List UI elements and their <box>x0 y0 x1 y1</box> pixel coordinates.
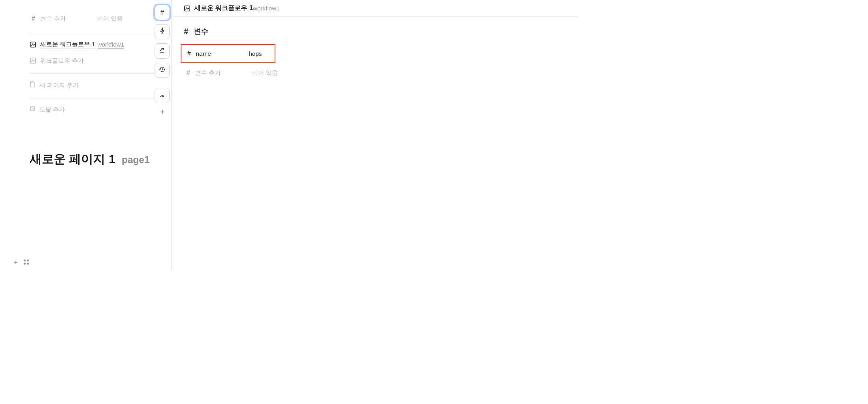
svg-rect-2 <box>31 107 35 111</box>
right-header-title: 새로운 워크플로우 1 <box>194 4 253 12</box>
section-title-text: 변수 <box>194 27 208 36</box>
hash-icon: # <box>185 50 193 57</box>
page-add-row[interactable]: 새 페이지 추가 <box>30 77 169 93</box>
section-title: # 변수 <box>173 27 579 36</box>
modal-add-row[interactable]: 모달 추가 <box>30 102 169 118</box>
hash-icon: # <box>185 69 192 76</box>
modal-icon <box>30 106 35 113</box>
workflow-item[interactable]: 새로운 워크플로우 1 workflow1 <box>30 37 169 53</box>
lightning-icon <box>159 27 165 37</box>
variable-row-highlight: # name hops <box>181 44 275 63</box>
variable-row[interactable]: # name hops <box>181 45 275 62</box>
variable-add-row[interactable]: # 변수 추가 비어 있음 <box>185 64 579 81</box>
toolbar-js-button[interactable]: JS <box>155 88 170 103</box>
variable-empty-label: 비어 있음 <box>252 69 278 77</box>
workflow-title: 새로운 워크플로우 1 <box>40 41 95 49</box>
left-pane: # 변수 추가 비어 있음 새로운 워크플로우 1 workflow1 워크플로… <box>0 0 172 269</box>
workflow-icon <box>30 41 36 48</box>
page-id: page1 <box>122 154 149 165</box>
arrow-out-icon <box>159 47 165 55</box>
variable-add-label: 변수 추가 <box>40 15 66 22</box>
hash-icon: # <box>30 15 37 22</box>
plus-icon: + <box>14 259 18 265</box>
divider <box>30 33 169 33</box>
divider <box>30 98 169 98</box>
toolbar-actions-button[interactable] <box>155 24 170 39</box>
divider <box>30 73 169 74</box>
page-title-block[interactable]: 새로운 페이지 1 page1 <box>30 151 150 167</box>
toolbar-history-button[interactable] <box>155 63 170 78</box>
right-pane: 새로운 워크플로우 1 workflow1 # 변수 # name hops #… <box>173 0 579 269</box>
workflow-add-row[interactable]: 워크플로우 추가 <box>30 53 169 69</box>
workflow-icon <box>184 5 190 12</box>
workflow-id: workflow1 <box>98 41 124 49</box>
modal-add-label: 모달 추가 <box>39 106 65 114</box>
right-header: 새로운 워크플로우 1 workflow1 <box>173 0 579 17</box>
toolbar-variables-button[interactable]: # <box>155 5 170 20</box>
right-header-id: workflow1 <box>253 5 280 12</box>
workflow-icon <box>30 57 36 64</box>
variable-value: hops <box>249 50 262 57</box>
variable-add-row[interactable]: # 변수 추가 비어 있음 <box>30 9 169 28</box>
add-block-button[interactable]: + <box>12 258 19 265</box>
hash-icon: # <box>184 27 188 36</box>
js-icon: JS <box>160 94 165 98</box>
page-icon <box>30 81 35 89</box>
page-add-label: 새 페이지 추가 <box>39 82 79 89</box>
variable-empty-label: 비어 있음 <box>97 15 123 22</box>
grid-icon <box>24 259 29 265</box>
history-icon <box>159 66 165 75</box>
hash-icon: # <box>160 8 164 16</box>
variable-add-label: 변수 추가 <box>195 69 221 77</box>
apps-button[interactable] <box>22 258 30 265</box>
workflow-add-label: 워크플로우 추가 <box>40 57 84 65</box>
toolbar: # JS + <box>154 5 171 117</box>
toolbar-add-button[interactable]: + <box>155 107 170 117</box>
bottom-left-tools: + <box>12 258 30 265</box>
toolbar-divider <box>158 83 166 83</box>
plus-icon: + <box>160 108 165 116</box>
page-title: 새로운 페이지 1 <box>30 151 115 167</box>
toolbar-open-button[interactable] <box>155 43 170 59</box>
variable-key: name <box>196 50 211 57</box>
